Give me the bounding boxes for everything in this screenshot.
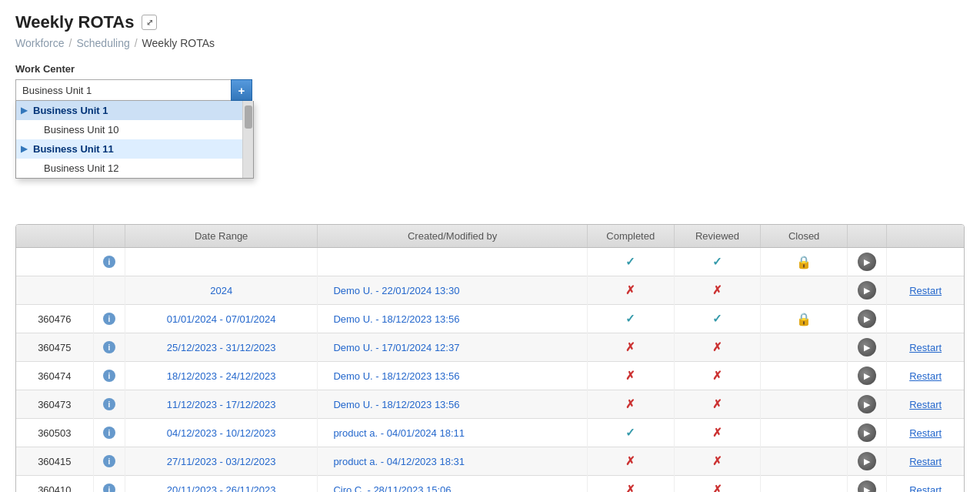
dropdown-item-1[interactable]: Business Unit 10 (16, 120, 253, 139)
cell-completed-7: ✗ (587, 447, 674, 476)
info-icon-0[interactable]: i (103, 256, 115, 268)
dropdown-label-0: Business Unit 1 (33, 105, 108, 116)
col-closed: Closed (761, 225, 848, 248)
breadcrumb-sep-2: / (135, 37, 138, 49)
cross-icon: ✗ (625, 283, 635, 296)
restart-button-4[interactable]: Restart (909, 370, 942, 382)
col-go (847, 225, 886, 248)
breadcrumb-workforce[interactable]: Workforce (15, 37, 65, 49)
restart-button-5[interactable]: Restart (909, 399, 942, 410)
dropdown-scrollbar[interactable] (242, 101, 253, 178)
col-completed: Completed (587, 225, 674, 248)
cell-id-2: 360476 (16, 305, 93, 333)
go-button-2[interactable]: ▶ (858, 310, 876, 328)
info-icon-4[interactable]: i (103, 370, 115, 382)
cell-go-4: ▶ (847, 362, 886, 390)
restart-button-7[interactable]: Restart (909, 456, 942, 467)
restart-button-6[interactable]: Restart (909, 427, 942, 439)
table-row: 360474i18/12/2023 - 24/12/2023Demo U. - … (16, 362, 964, 390)
go-button-3[interactable]: ▶ (858, 338, 876, 356)
cell-date-7: 27/11/2023 - 03/12/2023 (125, 447, 317, 476)
cell-reviewed-7: ✗ (674, 447, 761, 476)
info-icon-6[interactable]: i (103, 427, 115, 439)
cell-date-2: 01/01/2024 - 07/01/2024 (125, 305, 317, 333)
page-title: Weekly ROTAs (15, 12, 134, 32)
cell-date-4: 18/12/2023 - 24/12/2023 (125, 362, 317, 390)
breadcrumb: Workforce / Scheduling / Weekly ROTAs (15, 37, 965, 49)
table-body: i✓✓🔒▶2024Demo U. - 22/01/2024 13:30✗✗▶Re… (16, 248, 964, 493)
cell-info-3: i (93, 333, 125, 362)
cell-id-4: 360474 (16, 362, 93, 390)
cell-reviewed-2: ✓ (674, 305, 761, 333)
cell-reviewed-4: ✗ (674, 362, 761, 390)
cell-closed-5 (761, 390, 848, 419)
cell-completed-2: ✓ (587, 305, 674, 333)
go-button-5[interactable]: ▶ (858, 395, 876, 413)
cross-icon: ✗ (712, 369, 722, 382)
table-row: i✓✓🔒▶ (16, 248, 964, 276)
restart-button-1[interactable]: Restart (909, 285, 942, 296)
lock-icon: 🔒 (796, 313, 812, 326)
cell-closed-4 (761, 362, 848, 390)
go-button-4[interactable]: ▶ (858, 366, 876, 385)
breadcrumb-sep-1: / (69, 37, 72, 49)
expand-icon[interactable]: ⤢ (142, 15, 157, 30)
dropdown-item-3[interactable]: Business Unit 12 (16, 159, 253, 178)
work-center-add-button[interactable]: + (231, 79, 252, 101)
cell-go-8: ▶ (847, 476, 886, 493)
dropdown-item-0[interactable]: ▶ Business Unit 1 (16, 101, 253, 120)
go-button-0[interactable]: ▶ (858, 253, 876, 271)
cell-action-3: Restart (887, 333, 964, 362)
cell-completed-0: ✓ (587, 248, 674, 276)
cell-created-1: Demo U. - 22/01/2024 13:30 (318, 276, 588, 305)
cell-closed-3 (761, 333, 848, 362)
info-icon-5[interactable]: i (103, 398, 115, 410)
cell-created-7: product a. - 04/12/2023 18:31 (318, 447, 588, 476)
cell-info-8: i (93, 476, 125, 493)
cell-completed-3: ✗ (587, 333, 674, 362)
info-icon-7[interactable]: i (103, 455, 115, 467)
cell-closed-6 (761, 419, 848, 447)
table-row: 2024Demo U. - 22/01/2024 13:30✗✗▶Restart (16, 276, 964, 305)
check-icon: ✓ (625, 426, 635, 439)
col-action (887, 225, 964, 248)
cell-date-6: 04/12/2023 - 10/12/2023 (125, 419, 317, 447)
restart-button-3[interactable]: Restart (909, 342, 942, 353)
restart-button-8[interactable]: Restart (909, 484, 942, 493)
table-row: 360415i27/11/2023 - 03/12/2023product a.… (16, 447, 964, 476)
go-button-8[interactable]: ▶ (858, 480, 876, 492)
check-icon: ✓ (712, 255, 722, 268)
breadcrumb-current: Weekly ROTAs (142, 37, 215, 49)
cell-id-6: 360503 (16, 419, 93, 447)
cell-id-0 (16, 248, 93, 276)
info-icon-8[interactable]: i (103, 484, 115, 492)
table-wrapper: Date Range Created/Modified by Completed… (15, 224, 965, 492)
go-button-6[interactable]: ▶ (858, 423, 876, 442)
cell-id-8: 360410 (16, 476, 93, 493)
go-button-7[interactable]: ▶ (858, 452, 876, 470)
cell-reviewed-5: ✗ (674, 390, 761, 419)
cell-id-1 (16, 276, 93, 305)
cell-completed-4: ✗ (587, 362, 674, 390)
info-icon-3[interactable]: i (103, 341, 115, 353)
cell-completed-6: ✓ (587, 419, 674, 447)
cross-icon: ✗ (625, 454, 635, 467)
cell-go-2: ▶ (847, 305, 886, 333)
dropdown-list: ▶ Business Unit 1 Business Unit 10 ▶ Bus… (16, 101, 253, 178)
cross-icon: ✗ (712, 397, 722, 410)
dropdown-label-3: Business Unit 12 (33, 162, 119, 174)
cell-created-5: Demo U. - 18/12/2023 13:56 (318, 390, 588, 419)
cell-action-6: Restart (887, 419, 964, 447)
cell-date-1: 2024 (125, 276, 317, 305)
check-icon: ✓ (625, 255, 635, 268)
cell-date-5: 11/12/2023 - 17/12/2023 (125, 390, 317, 419)
work-center-input[interactable] (15, 79, 231, 101)
breadcrumb-scheduling[interactable]: Scheduling (76, 37, 129, 49)
cross-icon: ✗ (625, 483, 635, 492)
cell-date-8: 20/11/2023 - 26/11/2023 (125, 476, 317, 493)
dropdown-label-1: Business Unit 10 (33, 124, 119, 136)
go-button-1[interactable]: ▶ (858, 281, 876, 300)
dropdown-item-2[interactable]: ▶ Business Unit 11 (16, 139, 253, 159)
info-icon-2[interactable]: i (103, 313, 115, 325)
cell-closed-1 (761, 276, 848, 305)
